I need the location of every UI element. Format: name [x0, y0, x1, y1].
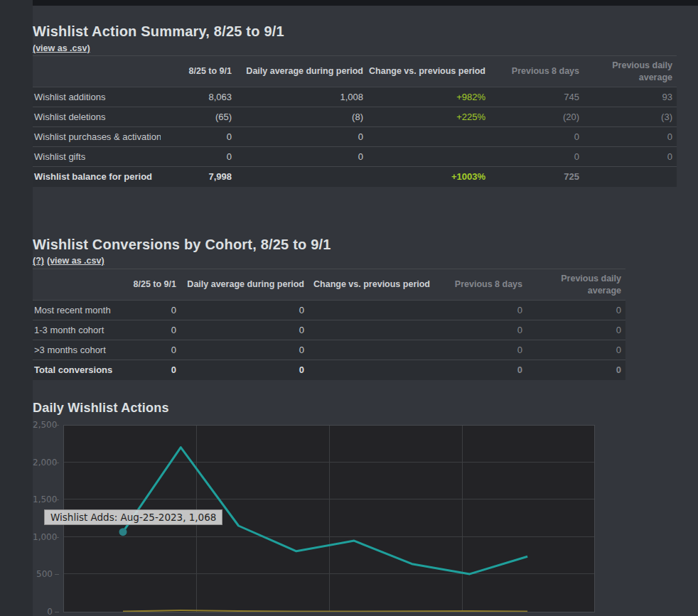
- y-axis-tick-mark: [55, 463, 59, 463]
- cell-change: +225%: [367, 107, 490, 127]
- cell-prev_daily: 0: [527, 301, 625, 320]
- chart-tooltip: Wishlist Adds: Aug-25-2023, 1,068: [44, 509, 222, 525]
- row-label: Wishlist balance for period: [33, 167, 161, 187]
- cell-prev8: 0: [434, 360, 527, 380]
- cell-period: 0: [118, 360, 181, 380]
- cell-period: 0: [118, 301, 181, 320]
- column-header: Previous 8 days: [490, 56, 584, 87]
- row-label: 1-3 month cohort: [33, 320, 118, 340]
- cohort-help-link[interactable]: (?): [33, 256, 44, 266]
- summary-section-title: Wishlist Action Summary, 8/25 to 9/1: [33, 23, 284, 40]
- cell-change: +982%: [367, 87, 490, 107]
- cell-prev8: 0: [434, 340, 527, 360]
- cell-daily_avg: 0: [181, 340, 308, 360]
- column-header: 8/25 to 9/1: [161, 56, 236, 87]
- steam-wishlist-dashboard: { "colors": { "accent_green": "#a3cd29",…: [0, 0, 698, 616]
- cell-period: (65): [161, 107, 236, 127]
- cell-prev_daily: 0: [584, 147, 677, 167]
- cell-change: [308, 301, 434, 320]
- row-label: Wishlist additions: [33, 87, 161, 107]
- column-header: Change vs. previous period: [367, 56, 490, 87]
- cell-daily_avg: 1,008: [236, 87, 367, 107]
- page-top-dark-strip: [33, 0, 698, 6]
- table-row: Wishlist balance for period7,998+1003%72…: [33, 167, 677, 187]
- column-header-empty: [33, 269, 118, 301]
- cell-change: [308, 360, 434, 380]
- cell-prev8: (20): [490, 107, 584, 127]
- wishlist-conversions-table: 8/25 to 9/1Daily average during periodCh…: [33, 269, 625, 380]
- cell-prev_daily: (3): [584, 107, 677, 127]
- cell-prev8: 0: [490, 147, 584, 167]
- cell-change: [367, 147, 490, 167]
- cell-prev_daily: 0: [527, 340, 625, 360]
- cell-daily_avg: 0: [181, 301, 308, 320]
- cell-period: 0: [118, 320, 181, 340]
- cell-daily_avg: (8): [236, 107, 367, 127]
- cell-period: 0: [161, 127, 236, 147]
- table-row: 1-3 month cohort0000: [33, 320, 625, 340]
- cell-period: 0: [118, 340, 181, 360]
- y-axis-tick-label: 0: [33, 606, 53, 616]
- table-row: Total conversions0000: [33, 360, 625, 380]
- highlighted-data-point-marker[interactable]: [119, 528, 127, 536]
- column-header: Previous daily average: [527, 269, 625, 301]
- column-header-empty: [33, 56, 161, 87]
- y-axis-tick-mark: [55, 425, 59, 426]
- y-axis-tick-label: 1,000: [33, 531, 53, 543]
- wishlist-deletes-line[interactable]: [123, 610, 527, 612]
- column-header: Change vs. previous period: [308, 269, 434, 301]
- cell-change: +1003%: [367, 167, 490, 187]
- summary-csv-line: (view as .csv): [33, 43, 90, 53]
- cohort-section-title: Wishlist Conversions by Cohort, 8/25 to …: [33, 237, 331, 253]
- table-row: Wishlist gifts0000: [33, 147, 677, 167]
- table-row: >3 months cohort0000: [33, 340, 625, 360]
- cell-daily_avg: 0: [236, 147, 367, 167]
- cohort-view-as-csv-link[interactable]: (view as .csv): [47, 256, 104, 266]
- cell-period: 8,063: [161, 87, 236, 107]
- row-label: >3 months cohort: [33, 340, 118, 360]
- cell-prev_daily: 0: [584, 127, 677, 147]
- y-axis-tick-mark: [55, 537, 59, 538]
- row-label: Wishlist purchases & activations: [33, 127, 161, 147]
- y-axis-tick-mark: [55, 574, 59, 575]
- cell-prev_daily: 0: [527, 360, 625, 380]
- row-label: Most recent month: [33, 301, 118, 320]
- cell-daily_avg: [236, 167, 367, 187]
- column-header: Previous daily average: [584, 56, 677, 87]
- row-label: Wishlist gifts: [33, 147, 161, 167]
- cell-period: 0: [161, 147, 236, 167]
- table-row: Wishlist purchases & activations0000: [33, 127, 677, 147]
- cohort-csv-line: (?)(view as .csv): [33, 256, 104, 266]
- summary-table-header: 8/25 to 9/1Daily average during periodCh…: [33, 56, 677, 87]
- cell-prev8: 0: [434, 301, 527, 320]
- cell-prev_daily: 93: [584, 87, 677, 107]
- row-label: Total conversions: [33, 360, 118, 380]
- cell-daily_avg: 0: [236, 127, 367, 147]
- table-row: Wishlist additions8,0631,008+982%74593: [33, 87, 677, 107]
- summary-view-as-csv-link[interactable]: (view as .csv): [33, 43, 90, 53]
- column-header: Daily average during period: [181, 269, 308, 301]
- y-axis-tick-label: 2,000: [33, 457, 53, 468]
- content-panel: Wishlist Action Summary, 8/25 to 9/1 (vi…: [33, 6, 698, 616]
- row-label: Wishlist deletions: [33, 107, 161, 127]
- y-axis-tick-mark: [55, 612, 59, 612]
- column-header: Daily average during period: [236, 56, 367, 87]
- y-axis-tick-label: 1,500: [33, 494, 53, 505]
- cell-change: [308, 320, 434, 340]
- y-axis-tick-label: 2,500: [33, 419, 53, 431]
- cohort-table-header: 8/25 to 9/1Daily average during periodCh…: [33, 269, 625, 301]
- cell-prev8: 725: [490, 167, 584, 187]
- column-header: 8/25 to 9/1: [118, 269, 181, 301]
- cell-period: 7,998: [161, 167, 236, 187]
- cell-prev8: 0: [490, 127, 584, 147]
- cell-daily_avg: 0: [181, 360, 308, 380]
- table-row: Wishlist deletions(65)(8)+225%(20)(3): [33, 107, 677, 127]
- y-axis-tick-mark: [55, 499, 59, 500]
- cell-prev8: 0: [434, 320, 527, 340]
- table-row: Most recent month0000: [33, 301, 625, 320]
- cell-prev_daily: [584, 167, 677, 187]
- y-axis-tick-label: 500: [33, 568, 53, 580]
- column-header: Previous 8 days: [434, 269, 527, 301]
- cell-prev8: 745: [490, 87, 584, 107]
- wishlist-action-summary-table: 8/25 to 9/1Daily average during periodCh…: [33, 55, 677, 187]
